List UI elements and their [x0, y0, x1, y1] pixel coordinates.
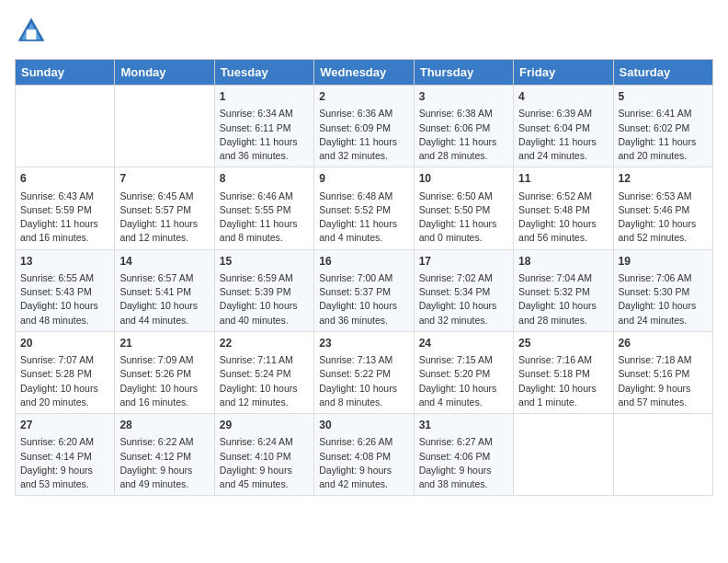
- calendar-cell: 17Sunrise: 7:02 AM Sunset: 5:34 PM Dayli…: [414, 249, 513, 331]
- calendar-cell: 26Sunrise: 7:18 AM Sunset: 5:16 PM Dayli…: [613, 331, 712, 413]
- calendar-cell: 12Sunrise: 6:53 AM Sunset: 5:46 PM Dayli…: [613, 167, 712, 249]
- day-number: 20: [20, 336, 109, 351]
- day-info: Sunrise: 6:45 AM Sunset: 5:57 PM Dayligh…: [119, 190, 209, 246]
- calendar-cell: 5Sunrise: 6:41 AM Sunset: 6:02 PM Daylig…: [613, 86, 712, 167]
- calendar-cell: 22Sunrise: 7:11 AM Sunset: 5:24 PM Dayli…: [214, 331, 313, 413]
- day-number: 19: [619, 254, 708, 270]
- day-info: Sunrise: 7:15 AM Sunset: 5:20 PM Dayligh…: [419, 353, 508, 409]
- day-info: Sunrise: 7:18 AM Sunset: 5:16 PM Dayligh…: [619, 353, 708, 409]
- logo: [15, 15, 51, 48]
- calendar-cell: 10Sunrise: 6:50 AM Sunset: 5:50 PM Dayli…: [414, 167, 513, 249]
- day-info: Sunrise: 6:53 AM Sunset: 5:46 PM Dayligh…: [619, 190, 708, 246]
- day-number: 9: [319, 171, 408, 187]
- day-number: 3: [419, 89, 508, 105]
- day-number: 25: [518, 336, 608, 351]
- day-number: 7: [119, 171, 209, 187]
- calendar-cell: 2Sunrise: 6:36 AM Sunset: 6:09 PM Daylig…: [314, 86, 414, 167]
- day-number: 1: [220, 89, 309, 105]
- calendar-week-row: 13Sunrise: 6:55 AM Sunset: 5:43 PM Dayli…: [16, 249, 713, 331]
- calendar-cell: 20Sunrise: 7:07 AM Sunset: 5:28 PM Dayli…: [16, 331, 115, 413]
- calendar-cell: 14Sunrise: 6:57 AM Sunset: 5:41 PM Dayli…: [115, 249, 214, 331]
- day-number: 11: [518, 171, 608, 187]
- day-number: 23: [319, 336, 408, 351]
- weekday-header: Saturday: [613, 60, 712, 86]
- calendar-cell: [613, 414, 712, 496]
- calendar-cell: 18Sunrise: 7:04 AM Sunset: 5:32 PM Dayli…: [514, 249, 613, 331]
- calendar-week-row: 20Sunrise: 7:07 AM Sunset: 5:28 PM Dayli…: [16, 331, 713, 413]
- day-info: Sunrise: 6:38 AM Sunset: 6:06 PM Dayligh…: [419, 107, 508, 163]
- calendar-cell: 4Sunrise: 6:39 AM Sunset: 6:04 PM Daylig…: [514, 86, 613, 167]
- day-number: 26: [619, 336, 708, 351]
- day-info: Sunrise: 6:55 AM Sunset: 5:43 PM Dayligh…: [20, 271, 109, 327]
- calendar-cell: 21Sunrise: 7:09 AM Sunset: 5:26 PM Dayli…: [115, 331, 214, 413]
- weekday-header: Friday: [514, 60, 613, 86]
- day-info: Sunrise: 6:24 AM Sunset: 4:10 PM Dayligh…: [220, 435, 309, 491]
- day-info: Sunrise: 6:50 AM Sunset: 5:50 PM Dayligh…: [419, 190, 508, 246]
- day-info: Sunrise: 6:27 AM Sunset: 4:06 PM Dayligh…: [419, 435, 508, 491]
- day-info: Sunrise: 6:46 AM Sunset: 5:55 PM Dayligh…: [220, 190, 309, 246]
- day-number: 14: [119, 254, 209, 270]
- day-number: 30: [319, 418, 408, 433]
- day-info: Sunrise: 7:00 AM Sunset: 5:37 PM Dayligh…: [319, 271, 408, 327]
- day-info: Sunrise: 6:20 AM Sunset: 4:14 PM Dayligh…: [20, 435, 109, 491]
- day-number: 21: [119, 336, 209, 351]
- calendar-cell: 23Sunrise: 7:13 AM Sunset: 5:22 PM Dayli…: [314, 331, 414, 413]
- day-number: 18: [518, 254, 608, 270]
- day-number: 28: [119, 418, 209, 433]
- calendar-cell: [514, 414, 613, 496]
- calendar-cell: 6Sunrise: 6:43 AM Sunset: 5:59 PM Daylig…: [16, 167, 115, 249]
- day-info: Sunrise: 7:04 AM Sunset: 5:32 PM Dayligh…: [518, 271, 608, 327]
- weekday-header: Tuesday: [214, 60, 313, 86]
- day-info: Sunrise: 6:48 AM Sunset: 5:52 PM Dayligh…: [319, 190, 408, 246]
- day-number: 13: [20, 254, 109, 270]
- day-info: Sunrise: 7:07 AM Sunset: 5:28 PM Dayligh…: [20, 353, 109, 409]
- day-info: Sunrise: 7:06 AM Sunset: 5:30 PM Dayligh…: [619, 271, 708, 327]
- weekday-header: Monday: [115, 60, 214, 86]
- calendar-cell: [16, 86, 115, 167]
- day-number: 10: [419, 171, 508, 187]
- day-info: Sunrise: 7:09 AM Sunset: 5:26 PM Dayligh…: [119, 353, 209, 409]
- calendar-cell: [115, 86, 214, 167]
- day-info: Sunrise: 6:52 AM Sunset: 5:48 PM Dayligh…: [518, 190, 608, 246]
- day-number: 22: [220, 336, 309, 351]
- day-info: Sunrise: 6:39 AM Sunset: 6:04 PM Dayligh…: [518, 107, 608, 163]
- day-number: 8: [220, 171, 309, 187]
- calendar-cell: 11Sunrise: 6:52 AM Sunset: 5:48 PM Dayli…: [514, 167, 613, 249]
- day-info: Sunrise: 6:22 AM Sunset: 4:12 PM Dayligh…: [119, 435, 209, 491]
- day-number: 12: [619, 171, 708, 187]
- day-number: 29: [220, 418, 309, 433]
- day-info: Sunrise: 6:59 AM Sunset: 5:39 PM Dayligh…: [220, 271, 309, 327]
- calendar-cell: 7Sunrise: 6:45 AM Sunset: 5:57 PM Daylig…: [115, 167, 214, 249]
- weekday-header: Sunday: [16, 60, 115, 86]
- weekday-header-row: SundayMondayTuesdayWednesdayThursdayFrid…: [16, 60, 713, 86]
- calendar-week-row: 6Sunrise: 6:43 AM Sunset: 5:59 PM Daylig…: [16, 167, 713, 249]
- weekday-header: Wednesday: [314, 60, 414, 86]
- day-info: Sunrise: 6:34 AM Sunset: 6:11 PM Dayligh…: [220, 107, 309, 163]
- calendar-cell: 15Sunrise: 6:59 AM Sunset: 5:39 PM Dayli…: [214, 249, 313, 331]
- calendar-cell: 9Sunrise: 6:48 AM Sunset: 5:52 PM Daylig…: [314, 167, 414, 249]
- day-info: Sunrise: 7:16 AM Sunset: 5:18 PM Dayligh…: [518, 353, 608, 409]
- logo-icon: [15, 15, 48, 48]
- day-info: Sunrise: 6:43 AM Sunset: 5:59 PM Dayligh…: [20, 190, 109, 246]
- day-number: 27: [20, 418, 109, 433]
- day-number: 2: [319, 89, 408, 105]
- calendar-cell: 13Sunrise: 6:55 AM Sunset: 5:43 PM Dayli…: [16, 249, 115, 331]
- calendar-cell: 27Sunrise: 6:20 AM Sunset: 4:14 PM Dayli…: [16, 414, 115, 496]
- page-header: [15, 15, 713, 48]
- day-number: 5: [619, 89, 708, 105]
- calendar-cell: 31Sunrise: 6:27 AM Sunset: 4:06 PM Dayli…: [414, 414, 513, 496]
- day-number: 15: [220, 254, 309, 270]
- calendar-table: SundayMondayTuesdayWednesdayThursdayFrid…: [15, 59, 713, 496]
- svg-rect-2: [27, 29, 37, 40]
- calendar-cell: 24Sunrise: 7:15 AM Sunset: 5:20 PM Dayli…: [414, 331, 513, 413]
- calendar-cell: 25Sunrise: 7:16 AM Sunset: 5:18 PM Dayli…: [514, 331, 613, 413]
- day-info: Sunrise: 7:13 AM Sunset: 5:22 PM Dayligh…: [319, 353, 408, 409]
- calendar-cell: 1Sunrise: 6:34 AM Sunset: 6:11 PM Daylig…: [214, 86, 313, 167]
- day-number: 4: [518, 89, 608, 105]
- day-number: 16: [319, 254, 408, 270]
- day-info: Sunrise: 6:57 AM Sunset: 5:41 PM Dayligh…: [119, 271, 209, 327]
- calendar-week-row: 1Sunrise: 6:34 AM Sunset: 6:11 PM Daylig…: [16, 86, 713, 167]
- day-info: Sunrise: 6:41 AM Sunset: 6:02 PM Dayligh…: [619, 107, 708, 163]
- calendar-cell: 16Sunrise: 7:00 AM Sunset: 5:37 PM Dayli…: [314, 249, 414, 331]
- day-info: Sunrise: 6:26 AM Sunset: 4:08 PM Dayligh…: [319, 435, 408, 491]
